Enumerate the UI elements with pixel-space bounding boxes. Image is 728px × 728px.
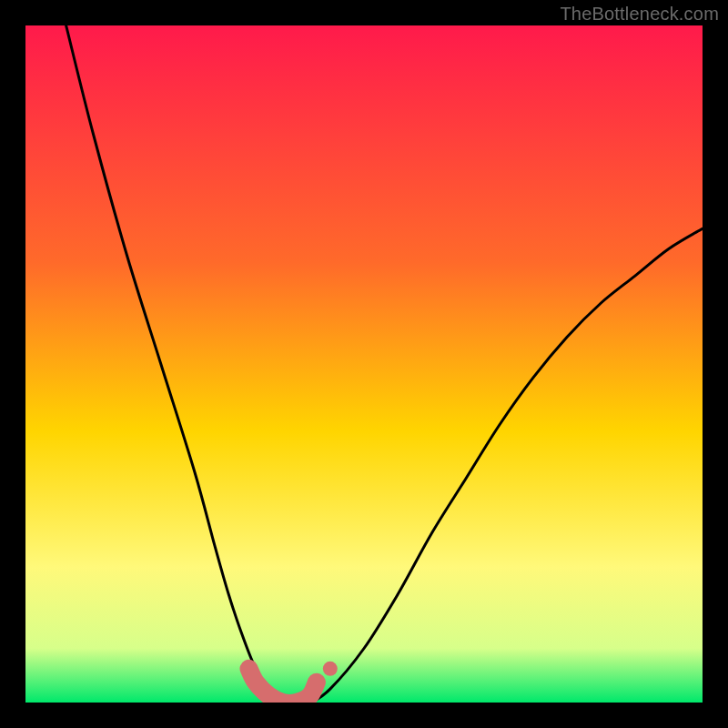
bottleneck-chart bbox=[25, 25, 703, 703]
chart-frame bbox=[25, 25, 703, 703]
gradient-background bbox=[25, 25, 703, 703]
attribution-text: TheBottleneck.com bbox=[560, 4, 719, 25]
highlight-dot bbox=[323, 662, 338, 676]
